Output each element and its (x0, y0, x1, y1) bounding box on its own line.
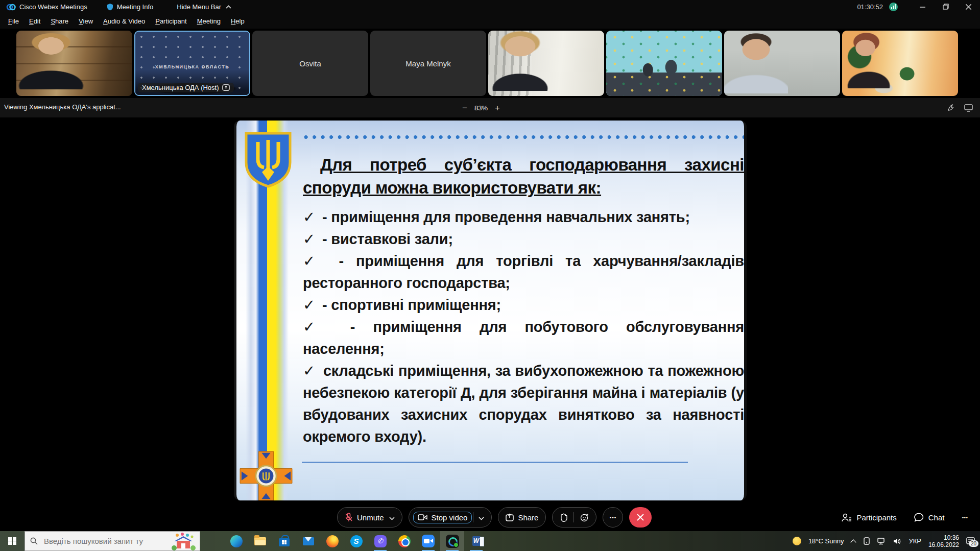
chevron-down-icon[interactable] (389, 517, 395, 520)
more-options-button[interactable]: ••• (603, 507, 623, 528)
slide-bullet: ✓ - приміщення для побутового обслуговув… (303, 316, 744, 360)
leave-meeting-button[interactable] (629, 507, 652, 528)
clock-time: 10:36 (944, 534, 959, 541)
menu-item-help[interactable]: Help (226, 15, 250, 27)
close-button[interactable] (957, 0, 980, 13)
participant-video-tile[interactable]: ХМЕЛЬНИЦЬКА ОБЛАСТЬХмельницька ОДА (Host… (134, 31, 250, 96)
taskbar-app-mail[interactable] (296, 531, 320, 551)
participant-video-tile[interactable] (16, 31, 132, 96)
title-bar-right: 01:30:52 (857, 0, 980, 13)
menu-item-view[interactable]: View (74, 15, 98, 27)
taskbar-app-store[interactable] (272, 531, 296, 551)
slide-bullet: ✓ - виставкові зали; (303, 228, 744, 250)
share-button[interactable]: Share (498, 507, 546, 528)
tray-app-icon[interactable] (863, 537, 870, 545)
chevron-up-icon (226, 5, 231, 9)
meeting-info-button[interactable]: Meeting Info (101, 0, 160, 13)
annotate-icon[interactable] (947, 104, 955, 112)
checkmark-glyph: ✓ (303, 363, 319, 379)
tray-chevron-up-icon[interactable] (851, 539, 856, 544)
weather-text[interactable]: 18°C Sunny (808, 537, 844, 545)
menu-item-file[interactable]: File (3, 15, 24, 27)
zoom-out-button[interactable]: − (462, 104, 467, 112)
slide-bullet-list: ✓ - приміщення для проведення навчальних… (303, 206, 744, 448)
display-icon[interactable] (964, 104, 973, 112)
taskbar-app-zoom[interactable] (416, 531, 440, 551)
menu-item-meeting[interactable]: Meeting (192, 15, 226, 27)
shield-icon (107, 3, 113, 11)
windows-logo-icon (8, 537, 16, 545)
dsns-emergency-service-emblem (238, 450, 294, 500)
language-indicator[interactable]: УКР (909, 537, 921, 545)
participant-silhouette (16, 31, 86, 89)
menu-item-audio-video[interactable]: Audio & Video (98, 15, 150, 27)
search-input[interactable] (43, 536, 145, 546)
zoom-in-button[interactable]: + (495, 104, 500, 112)
participant-filmstrip: ХМЕЛЬНИЦЬКА ОБЛАСТЬХмельницька ОДА (Host… (0, 29, 980, 98)
participant-video-tile[interactable] (842, 31, 958, 96)
chat-label: Chat (928, 513, 945, 522)
hide-menu-bar-button[interactable]: Hide Menu Bar (171, 0, 237, 13)
viber-icon: ✆ (374, 535, 387, 548)
panel-more-button[interactable]: ••• (962, 514, 968, 520)
chat-bubble-icon (914, 513, 924, 522)
host-name-text: Хмельницька ОДА (Host) (142, 84, 219, 91)
reactions-group (552, 507, 596, 528)
taskbar-app-edge[interactable] (224, 531, 248, 551)
unmute-button[interactable]: Unmute (337, 507, 402, 528)
slide-bottom-rule (302, 462, 688, 463)
minimize-button[interactable] (911, 0, 934, 13)
taskbar-app-skype[interactable]: S (344, 531, 368, 551)
meeting-info-label: Meeting Info (117, 3, 154, 11)
skype-icon: S (350, 535, 363, 548)
reactions-smiley-icon[interactable] (580, 513, 589, 522)
participant-audio-tile[interactable]: Maya Melnyk (370, 31, 486, 96)
checkmark-glyph: ✓ (303, 319, 332, 335)
chevron-down-icon[interactable] (479, 517, 484, 520)
taskbar-app-firefox[interactable] (320, 531, 344, 551)
volume-icon[interactable] (893, 538, 901, 545)
raise-hand-icon[interactable] (560, 513, 567, 522)
action-center-button[interactable]: 20 (966, 537, 975, 545)
hide-menu-bar-label: Hide Menu Bar (177, 3, 221, 11)
zoom-controls: − 83% + (462, 98, 500, 117)
windows-taskbar: S✆W 18°C Sunny УКР 10:36 16.06.2022 (0, 531, 980, 551)
checkmark-glyph: ✓ (303, 209, 318, 225)
taskbar-app-webex[interactable] (440, 531, 464, 551)
taskbar-app-viber[interactable]: ✆ (368, 531, 392, 551)
participants-label: Participants (856, 513, 896, 522)
participant-video-tile[interactable] (488, 31, 604, 96)
participant-silhouette (724, 31, 788, 93)
menu-item-participant[interactable]: Participant (150, 15, 192, 27)
connection-quality-icon[interactable] (889, 3, 898, 11)
camera-icon (418, 514, 427, 521)
more-options-glyph: ••• (610, 515, 617, 520)
conference-backdrop-text: ХМЕЛЬНИЦЬКА ОБЛАСТЬ (135, 64, 249, 69)
taskbar-clock[interactable]: 10:36 16.06.2022 (928, 534, 959, 548)
restore-button[interactable] (934, 0, 957, 13)
participants-button[interactable]: Participants (842, 513, 896, 522)
stop-video-label: Stop video (432, 513, 468, 522)
video-feed (606, 31, 722, 96)
participant-video-tile[interactable] (606, 31, 722, 96)
start-button[interactable] (0, 531, 25, 551)
participant-video-tile[interactable] (724, 31, 840, 96)
taskbar-search[interactable] (25, 531, 200, 551)
network-icon[interactable] (877, 538, 886, 545)
menu-item-edit[interactable]: Edit (24, 15, 45, 27)
participant-audio-tile[interactable]: Osvita (252, 31, 368, 96)
taskbar-app-word[interactable]: W (464, 531, 488, 551)
video-feed (842, 31, 958, 96)
video-feed (724, 31, 840, 96)
stop-video-button[interactable]: Stop video (409, 507, 492, 528)
taskbar-app-explorer[interactable] (248, 531, 272, 551)
participant-silhouette (842, 31, 891, 88)
menu-item-share[interactable]: Share (45, 15, 74, 27)
clock-date: 16.06.2022 (928, 541, 959, 548)
presentation-slide: Для потреб суб’єкта господарювання захис… (234, 121, 747, 500)
weather-sun-icon[interactable] (793, 537, 801, 545)
chat-button[interactable]: Chat (914, 513, 945, 522)
taskbar-app-chrome[interactable] (392, 531, 416, 551)
share-label: Share (518, 513, 538, 522)
taskbar-app-task-view[interactable] (200, 531, 224, 551)
